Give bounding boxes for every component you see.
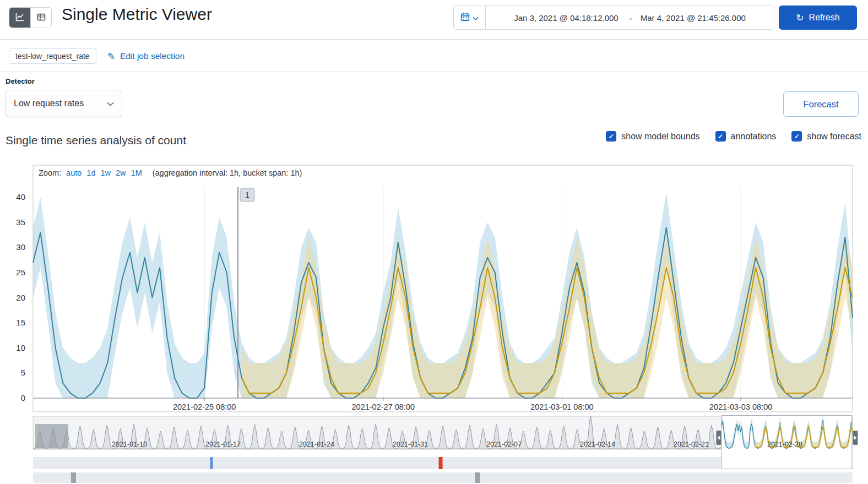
zoom-option-2w[interactable]: 2w	[116, 168, 126, 177]
aggregation-note: (aggregation interval: 1h, bucket span: …	[153, 168, 302, 177]
divider	[0, 72, 868, 72]
chart-options-row: ✓ show model bounds ✓ annotations ✓ show…	[606, 131, 861, 142]
pencil-icon: ✎	[107, 51, 115, 62]
zoom-label: Zoom:	[39, 168, 61, 177]
svg-text:0: 0	[21, 393, 25, 403]
checkbox-checked-icon: ✓	[715, 131, 726, 142]
zoom-option-1M[interactable]: 1M	[131, 168, 142, 177]
svg-text:2021-03-01 08:00: 2021-03-01 08:00	[530, 403, 594, 411]
svg-text:2021-01-17: 2021-01-17	[205, 441, 241, 448]
end-date[interactable]: Mar 4, 2021 @ 21:45:26.000	[641, 13, 746, 23]
detector-selected-value: Low request rates	[14, 99, 84, 108]
svg-text:2021-02-27 08:00: 2021-02-27 08:00	[352, 403, 415, 411]
main-chart-svg[interactable]: 12021-02-25 08:002021-02-27 08:002021-03…	[0, 164, 868, 413]
checkbox-annotations[interactable]: ✓ annotations	[715, 131, 777, 142]
svg-text:2021-02-28: 2021-02-28	[767, 441, 802, 448]
refresh-button[interactable]: ↻ Refresh	[779, 6, 857, 30]
forecast-button[interactable]: Forecast	[783, 91, 859, 117]
checkbox-checked-icon: ✓	[791, 131, 802, 142]
chevron-down-icon	[473, 13, 479, 23]
checkbox-checked-icon: ✓	[606, 131, 616, 142]
date-range-arrow-icon: →	[625, 13, 634, 23]
checkbox-show-model-bounds[interactable]: ✓ show model bounds	[606, 131, 699, 142]
view-toggle-group	[9, 7, 52, 28]
section-heading: Single time series analysis of count	[6, 134, 186, 147]
edit-job-selection-label: Edit job selection	[120, 51, 185, 61]
date-range-picker: Jan 3, 2021 @ 04:18:12.000 → Mar 4, 2021…	[453, 6, 774, 30]
svg-text:2021-01-31: 2021-01-31	[393, 441, 428, 448]
context-chart-svg[interactable]: 2021-01-102021-01-172021-01-242021-01-31…	[0, 415, 868, 484]
chevron-down-icon	[107, 99, 114, 108]
refresh-icon: ↻	[796, 13, 804, 23]
table-icon	[37, 13, 46, 23]
checkbox-show-forecast[interactable]: ✓ show forecast	[791, 131, 861, 142]
page-title: Single Metric Viewer	[62, 5, 212, 24]
job-selection-bar: test-low_request_rate ✎ Edit job selecti…	[9, 48, 185, 64]
zoom-option-1d[interactable]: 1d	[86, 168, 95, 177]
svg-text:10: 10	[16, 343, 25, 352]
edit-job-selection-link[interactable]: ✎ Edit job selection	[107, 51, 185, 62]
zoom-option-auto[interactable]: auto	[66, 168, 82, 177]
detector-label: Detector	[6, 77, 35, 85]
svg-text:30: 30	[16, 242, 25, 252]
svg-text:25: 25	[16, 268, 25, 277]
svg-text:40: 40	[16, 192, 25, 202]
svg-text:2021-02-14: 2021-02-14	[580, 441, 615, 448]
table-view-button[interactable]	[30, 8, 51, 28]
checkbox-label: show forecast	[807, 132, 861, 142]
job-badge: test-low_request_rate	[9, 48, 96, 64]
divider	[0, 39, 868, 40]
svg-text:5: 5	[21, 368, 25, 377]
svg-text:2021-01-10: 2021-01-10	[112, 441, 147, 448]
start-date[interactable]: Jan 3, 2021 @ 04:18:12.000	[514, 13, 619, 23]
zoom-controls: Zoom: auto 1d 1w 2w 1M (aggregation inte…	[39, 168, 302, 177]
detector-select[interactable]: Low request rates	[6, 90, 122, 117]
zoom-option-1w[interactable]: 1w	[100, 168, 111, 177]
checkbox-label: annotations	[731, 132, 777, 142]
quick-select-dropdown[interactable]	[454, 6, 486, 29]
svg-text:1: 1	[245, 191, 249, 199]
svg-text:2021-02-21: 2021-02-21	[674, 441, 709, 448]
svg-text:20: 20	[16, 293, 25, 302]
svg-text:35: 35	[16, 217, 25, 227]
svg-text:2021-03-03 08:00: 2021-03-03 08:00	[709, 403, 773, 411]
date-range-display: Jan 3, 2021 @ 04:18:12.000 → Mar 4, 2021…	[486, 6, 774, 29]
line-chart-icon	[15, 13, 24, 23]
chart-view-button[interactable]	[9, 8, 30, 28]
checkbox-label: show model bounds	[621, 132, 699, 142]
svg-text:2021-01-24: 2021-01-24	[299, 441, 334, 448]
svg-text:2021-02-25 08:00: 2021-02-25 08:00	[173, 403, 236, 411]
svg-text:2021-02-07: 2021-02-07	[486, 441, 522, 448]
refresh-label: Refresh	[809, 13, 840, 23]
svg-text:15: 15	[16, 318, 25, 327]
calendar-icon	[460, 12, 470, 24]
